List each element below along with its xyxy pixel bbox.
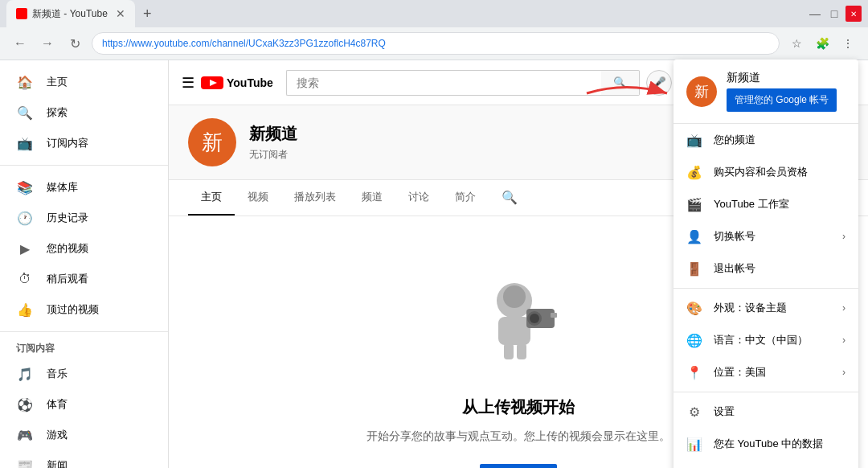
channel-details: 新频道 无订阅者 [249, 123, 297, 162]
channel-tab-channels[interactable]: 频道 [349, 180, 395, 216]
svg-point-4 [503, 285, 526, 308]
sidebar-section-subs: 🎵 音乐 ⚽ 体育 🎮 游戏 📰 新闻 [0, 359, 168, 468]
channel-tab-playlists[interactable]: 播放列表 [281, 180, 349, 216]
language-icon: 🌐 [686, 332, 702, 348]
dropdown-item-sign-out[interactable]: 🚪 退出帐号 [674, 252, 858, 285]
dropdown-item-switch-account[interactable]: 👤 切换帐号 › [674, 220, 858, 252]
maximize-button[interactable]: □ [826, 6, 842, 22]
tab-close-button[interactable]: ✕ [116, 7, 125, 20]
library-icon: 📚 [16, 179, 34, 196]
new-tab-button[interactable]: + [138, 6, 157, 23]
manage-google-account-button[interactable]: 管理您的 Google 帐号 [727, 88, 837, 112]
channel-subscribers: 无订阅者 [249, 148, 297, 162]
close-button[interactable]: ✕ [845, 6, 862, 22]
tab-label: 新频道 - YouTube [32, 7, 108, 21]
channel-tab-about[interactable]: 简介 [442, 180, 489, 216]
dropdown-avatar-letter: 新 [694, 82, 709, 101]
sidebar-item-history[interactable]: 🕐 历史记录 [0, 203, 168, 233]
svg-rect-5 [498, 317, 530, 345]
news-icon: 📰 [16, 457, 34, 468]
dropdown-header: 新 新频道 管理您的 Google 帐号 [674, 60, 858, 124]
tab-bar: 新频道 - YouTube ✕ + — □ ✕ [0, 0, 868, 27]
sidebar-section-main: 🏠 主页 🔍 探索 📺 订阅内容 [0, 67, 168, 166]
dropdown-item-label: 语言：中文（中国） [714, 333, 808, 347]
channel-name: 新频道 [249, 123, 297, 145]
channel-tab-search[interactable]: 🔍 [489, 180, 530, 216]
dropdown-menu: 新 新频道 管理您的 Google 帐号 📺 您的频道 💰 购买内容和会员资格 … [674, 60, 858, 468]
bookmark-icon[interactable]: ☆ [786, 33, 807, 54]
minimize-button[interactable]: — [807, 6, 823, 22]
browser-controls: ← → ↻ https://www.youtube.com/channel/UC… [0, 27, 868, 60]
sidebar-item-music[interactable]: 🎵 音乐 [0, 359, 168, 389]
dropdown-item-your-channel[interactable]: 📺 您的频道 [674, 124, 858, 156]
dropdown-item-label: 您的频道 [714, 133, 755, 147]
sidebar-item-your-videos[interactable]: ▶ 您的视频 [0, 233, 168, 264]
settings-icon: ⚙ [686, 404, 702, 420]
search-icon: 🔍 [613, 76, 627, 88]
address-bar[interactable]: https://www.youtube.com/channel/UCxaK3zz… [92, 32, 780, 55]
chevron-right-icon: › [842, 335, 845, 346]
dropdown-item-label: 退出帐号 [714, 261, 755, 276]
svg-rect-10 [504, 343, 514, 359]
sidebar-item-label: 探索 [47, 105, 68, 120]
dropdown-overlay: 新 新频道 管理您的 Google 帐号 📺 您的频道 💰 购买内容和会员资格 … [674, 60, 858, 468]
menu-icon[interactable]: ☰ [182, 74, 194, 92]
sidebar-item-label: 音乐 [47, 367, 68, 381]
sidebar-item-news[interactable]: 📰 新闻 [0, 450, 168, 468]
logo-area: ☰ YouTube [182, 74, 273, 92]
back-button[interactable]: ← [10, 33, 31, 54]
channel-tab-discussion[interactable]: 讨论 [395, 180, 442, 216]
channel-tab-home[interactable]: 主页 [188, 180, 235, 216]
sidebar-item-label: 稍后观看 [47, 272, 88, 286]
sidebar-item-subscriptions[interactable]: 📺 订阅内容 [0, 128, 168, 158]
dropdown-item-label: YouTube 工作室 [714, 197, 789, 211]
sidebar-item-explore[interactable]: 🔍 探索 [0, 97, 168, 128]
location-icon: 📍 [686, 364, 702, 380]
dropdown-item-appearance[interactable]: 🎨 外观：设备主题 › [674, 292, 858, 324]
sidebar-item-label: 游戏 [47, 428, 68, 442]
channel-icon: 📺 [686, 132, 702, 148]
forward-button[interactable]: → [37, 33, 58, 54]
explore-icon: 🔍 [16, 104, 34, 121]
refresh-button[interactable]: ↻ [64, 33, 85, 54]
sidebar-item-label: 历史记录 [47, 211, 88, 225]
chevron-right-icon: › [842, 302, 845, 314]
channel-info: 新 新频道 无订阅者 [188, 118, 297, 166]
sidebar-section-library: 📚 媒体库 🕐 历史记录 ▶ 您的视频 ⏱ 稍后观看 👍 顶过的视频 [0, 172, 168, 332]
switch-account-icon: 👤 [686, 228, 702, 244]
mic-icon: 🎤 [653, 76, 666, 88]
search-button[interactable]: 🔍 [601, 70, 640, 96]
dropdown-item-purchases[interactable]: 💰 购买内容和会员资格 [674, 156, 858, 188]
settings-icon[interactable]: ⋮ [837, 33, 858, 54]
dropdown-item-label: 您在 YouTube 中的数据 [714, 437, 823, 451]
dropdown-item-help[interactable]: ❓ 帮助 [674, 460, 858, 468]
sidebar-item-watch-later[interactable]: ⏱ 稍后观看 [0, 264, 168, 294]
sidebar-item-sports[interactable]: ⚽ 体育 [0, 389, 168, 420]
search-input[interactable] [286, 70, 601, 96]
dropdown-item-data[interactable]: 📊 您在 YouTube 中的数据 [674, 428, 858, 460]
chevron-right-icon: › [842, 231, 845, 242]
dropdown-item-studio[interactable]: 🎬 YouTube 工作室 [674, 188, 858, 220]
dropdown-item-language[interactable]: 🌐 语言：中文（中国） › [674, 324, 858, 356]
dropdown-item-settings[interactable]: ⚙ 设置 [674, 396, 858, 428]
extension-icon[interactable]: 🧩 [812, 33, 833, 54]
sidebar-item-gaming[interactable]: 🎮 游戏 [0, 420, 168, 450]
history-icon: 🕐 [16, 209, 34, 227]
active-tab[interactable]: 新频道 - YouTube ✕ [6, 0, 135, 27]
sidebar-item-home[interactable]: 🏠 主页 [0, 67, 168, 97]
channel-avatar: 新 [188, 118, 236, 166]
dropdown-item-label: 设置 [714, 404, 735, 419]
sidebar-item-label: 媒体库 [47, 180, 78, 195]
url-text: https://www.youtube.com/channel/UCxaK3zz… [102, 38, 386, 49]
tab-favicon [16, 8, 27, 19]
home-icon: 🏠 [16, 73, 34, 91]
empty-state-description: 开始分享您的故事与观点互动。您上传的视频会显示在这里。 [366, 428, 670, 445]
mic-button[interactable]: 🎤 [646, 70, 672, 96]
sidebar-item-library[interactable]: 📚 媒体库 [0, 172, 168, 203]
dropdown-divider [674, 288, 858, 289]
svg-rect-11 [517, 343, 526, 359]
channel-tab-videos[interactable]: 视频 [235, 180, 281, 216]
upload-video-button[interactable]: 上传视频 [480, 464, 557, 468]
dropdown-item-location[interactable]: 📍 位置：美国 › [674, 356, 858, 388]
sidebar-item-liked[interactable]: 👍 顶过的视频 [0, 294, 168, 325]
